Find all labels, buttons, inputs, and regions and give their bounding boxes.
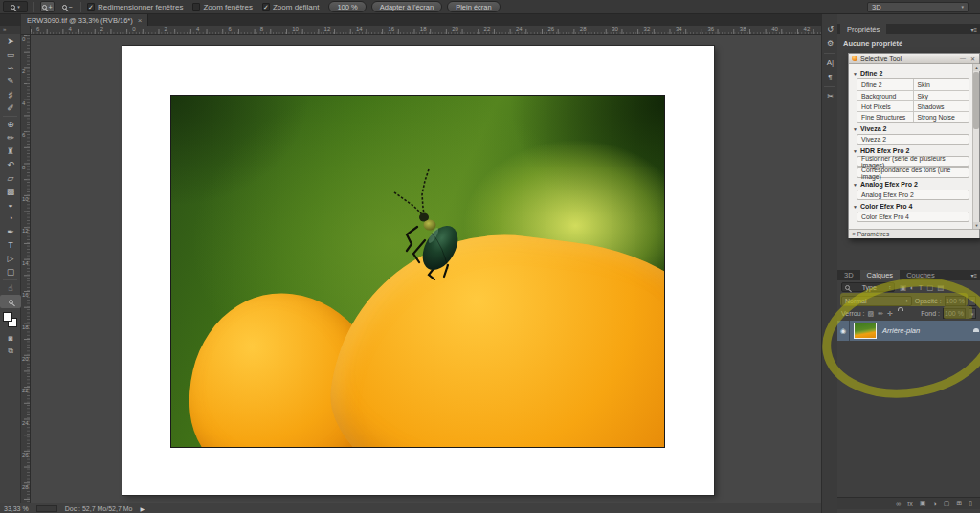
lock-paint-icon[interactable]: ✏ xyxy=(878,310,883,318)
move-tool[interactable]: ➤ xyxy=(0,34,21,48)
status-menu-arrow-icon[interactable]: ▶ xyxy=(141,505,145,512)
layer-row-background[interactable]: ◉ Arrière-plan xyxy=(837,321,980,341)
workspace-selector[interactable]: 3D ▾ xyxy=(867,2,969,12)
preset-button[interactable]: Dfine 2 xyxy=(858,79,913,90)
shape-tool[interactable]: ▢ xyxy=(0,265,21,279)
scrollbar-thumb[interactable] xyxy=(973,72,979,129)
scrollbar[interactable]: ▲ ▼ xyxy=(972,64,979,229)
filter-launch-button[interactable]: Fusionner (série de plusieurs images) xyxy=(857,156,969,167)
quick-mask-button[interactable]: ◙ xyxy=(0,332,21,345)
filter-type-icon[interactable]: T xyxy=(919,283,924,292)
tab-couches[interactable]: Couches xyxy=(900,270,942,280)
chevron-down-icon[interactable]: ▼ xyxy=(853,148,858,154)
blend-mode-select[interactable]: Normal ↕ xyxy=(841,296,912,306)
group-layers-icon[interactable]: ▢ xyxy=(944,500,950,507)
foreground-color-swatch[interactable] xyxy=(3,312,12,322)
fit-screen-button[interactable]: Adapter à l'écran xyxy=(371,1,442,12)
fill-screen-button[interactable]: Plein écran xyxy=(447,1,501,12)
zoom-level[interactable]: 33,33 % xyxy=(4,505,29,512)
paragraph-panel-icon[interactable]: ¶ xyxy=(822,70,838,84)
zoom-out-mode-button[interactable]: − xyxy=(60,1,75,12)
scrubby-zoom-checkbox[interactable]: ✓Zoom défilant xyxy=(262,3,319,11)
filter-launch-button[interactable]: Correspondance des tons (une image) xyxy=(857,167,969,178)
eyedropper-tool[interactable]: ✐ xyxy=(0,101,21,115)
preset-button[interactable]: Background xyxy=(858,91,913,100)
zoom-100-button[interactable]: 100 % xyxy=(328,1,366,12)
toolbar-collapse-button[interactable]: » xyxy=(0,26,20,34)
new-layer-icon[interactable]: ⊞ xyxy=(956,500,962,507)
chevron-down-icon[interactable]: ▼ xyxy=(853,71,858,77)
filter-launch-button[interactable]: Color Efex Pro 4 xyxy=(857,212,969,222)
adjustment-layer-icon[interactable]: ◑ xyxy=(932,501,936,507)
current-tool-well[interactable]: ▾ xyxy=(3,1,28,12)
zoom-windows-checkbox[interactable]: Zoom fenêtres xyxy=(192,3,253,11)
chevron-down-icon[interactable]: ▼ xyxy=(853,204,858,210)
filter-smart-object-icon[interactable]: ▤ xyxy=(937,283,944,292)
preset-button[interactable]: Hot Pixels xyxy=(858,101,913,111)
tool-presets-panel-icon[interactable]: ⚙ xyxy=(822,36,838,51)
delete-layer-icon[interactable]: ▯ xyxy=(969,500,972,507)
scroll-up-icon[interactable]: ▲ xyxy=(973,64,980,71)
status-input[interactable] xyxy=(36,505,57,512)
scroll-down-icon[interactable]: ▼ xyxy=(973,222,980,229)
hand-tool[interactable]: ☝ xyxy=(0,281,21,295)
crop-tool[interactable]: ♯ xyxy=(0,88,21,101)
clone-stamp-tool[interactable]: ♜ xyxy=(0,145,21,158)
chevron-down-icon[interactable]: ▾ xyxy=(969,296,976,306)
brush-tool[interactable]: ✏ xyxy=(0,131,21,145)
resize-windows-checkbox[interactable]: ✓Redimensionner fenêtres xyxy=(87,3,183,11)
filter-shape-icon[interactable]: ▢ xyxy=(926,283,933,292)
selective-tool-footer[interactable]: « Paramètres xyxy=(849,229,979,238)
path-selection-tool[interactable]: ▷ xyxy=(0,252,21,265)
lock-transparency-icon[interactable]: ▨ xyxy=(868,310,875,318)
dodge-tool[interactable]: ◔ xyxy=(0,212,21,225)
chevron-down-icon[interactable]: ▼ xyxy=(853,126,858,132)
marquee-tool[interactable]: ▭ xyxy=(0,48,21,61)
opacity-value[interactable]: 100 % xyxy=(945,296,967,306)
fill-value[interactable]: 100 % xyxy=(943,308,966,319)
quick-selection-tool[interactable]: ✎ xyxy=(0,75,21,88)
zoom-tool[interactable] xyxy=(0,295,21,308)
document-tab[interactable]: ERW3090.tif @ 33,3% (RVB/16*) × xyxy=(21,14,148,26)
layer-visibility-toggle[interactable]: ◉ xyxy=(837,321,850,341)
tab-calques[interactable]: Calques xyxy=(860,270,901,280)
gradient-tool[interactable]: ▩ xyxy=(0,185,21,198)
canvas-image[interactable] xyxy=(170,95,665,448)
color-swatches[interactable] xyxy=(0,311,21,332)
layer-filter-select[interactable]: Type ↕ xyxy=(841,282,895,292)
filter-pixel-icon[interactable]: ▣ xyxy=(900,283,906,292)
preset-button[interactable]: Shadows xyxy=(913,101,969,111)
tab-properties[interactable]: Propriétés xyxy=(840,24,886,34)
preset-button[interactable]: Sky xyxy=(913,91,969,100)
close-icon[interactable]: × xyxy=(138,16,143,25)
history-brush-tool[interactable]: ↶ xyxy=(0,158,21,171)
history-panel-icon[interactable]: ↺ xyxy=(822,22,838,36)
link-layers-icon[interactable]: ∞ xyxy=(896,501,901,507)
close-icon[interactable]: ✕ xyxy=(969,56,976,62)
blur-tool[interactable]: ◒ xyxy=(0,198,21,212)
eraser-tool[interactable]: ▱ xyxy=(0,171,21,185)
panel-menu-icon[interactable]: ▾≡ xyxy=(970,26,977,33)
spot-healing-tool[interactable]: ⊕ xyxy=(0,118,21,131)
panel-menu-icon[interactable]: ▾≡ xyxy=(970,272,977,279)
lasso-tool[interactable]: ∽ xyxy=(0,61,21,75)
filter-launch-button[interactable]: Viveza 2 xyxy=(857,134,969,145)
chevron-down-icon[interactable]: ▾ xyxy=(969,308,976,319)
annotations-panel-icon[interactable]: ✂ xyxy=(822,89,838,103)
chevron-down-icon[interactable]: ▼ xyxy=(853,182,858,188)
pen-tool[interactable]: ✒ xyxy=(0,225,21,238)
screen-mode-button[interactable]: ⧉ xyxy=(0,345,21,357)
character-panel-icon[interactable]: A| xyxy=(822,56,838,70)
filter-launch-button[interactable]: Analog Efex Pro 2 xyxy=(857,190,969,200)
preset-button[interactable]: Fine Structures xyxy=(858,112,913,122)
preset-button[interactable]: Strong Noise xyxy=(913,112,969,122)
add-mask-icon[interactable]: ▣ xyxy=(920,500,926,507)
layer-thumbnail[interactable] xyxy=(854,323,877,339)
zoom-in-mode-button[interactable]: + xyxy=(40,1,55,12)
layer-style-icon[interactable]: fx xyxy=(907,501,912,507)
preset-button[interactable]: Skin xyxy=(913,79,969,90)
selective-tool-titlebar[interactable]: Selective Tool — ✕ xyxy=(849,54,979,64)
type-tool[interactable]: T xyxy=(0,238,21,252)
tab-3d[interactable]: 3D xyxy=(837,270,860,280)
minimize-icon[interactable]: — xyxy=(959,56,967,61)
